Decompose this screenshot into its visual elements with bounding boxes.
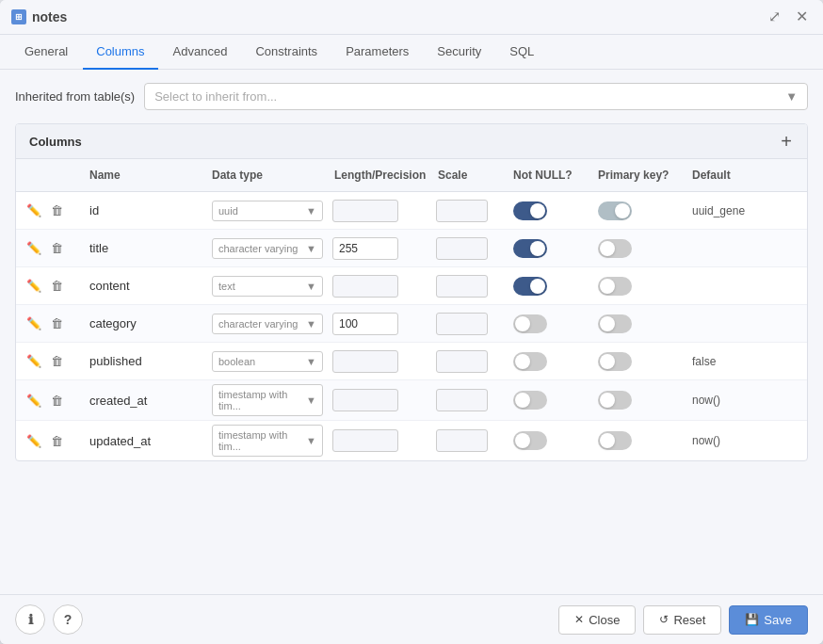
not-null-toggle[interactable] bbox=[513, 352, 547, 371]
length-cell bbox=[327, 271, 430, 301]
column-name: title bbox=[82, 237, 204, 259]
edit-icon[interactable]: ✏️ bbox=[24, 314, 44, 333]
scale-input[interactable] bbox=[436, 275, 488, 298]
tab-constraints[interactable]: Constraints bbox=[242, 35, 331, 70]
scale-input[interactable] bbox=[436, 313, 488, 335]
primary-key-toggle[interactable] bbox=[598, 431, 632, 450]
delete-icon[interactable]: 🗑 bbox=[48, 351, 66, 371]
primary-key-toggle[interactable] bbox=[598, 277, 632, 296]
delete-icon[interactable]: 🗑 bbox=[48, 314, 66, 333]
tab-sql[interactable]: SQL bbox=[496, 35, 547, 70]
data-type-select[interactable]: timestamp with tim... ▼ bbox=[212, 384, 323, 416]
not-null-toggle[interactable] bbox=[513, 314, 547, 333]
primary-key-cell bbox=[590, 198, 685, 224]
row-actions: ✏️ 🗑 bbox=[16, 431, 82, 451]
add-column-button[interactable]: + bbox=[779, 132, 794, 151]
primary-key-toggle[interactable] bbox=[598, 391, 632, 410]
titlebar-actions: ⤢ ✕ bbox=[765, 8, 812, 26]
data-type-value: character varying bbox=[218, 243, 298, 254]
save-button[interactable]: 💾 Save bbox=[729, 605, 808, 635]
data-type-cell: character varying ▼ bbox=[204, 310, 327, 338]
delete-icon[interactable]: 🗑 bbox=[48, 431, 66, 451]
chevron-down-icon: ▼ bbox=[306, 318, 316, 330]
primary-key-toggle[interactable] bbox=[598, 314, 632, 333]
primary-key-toggle[interactable] bbox=[598, 239, 632, 258]
scale-input[interactable] bbox=[436, 350, 488, 373]
table-row: ✏️ 🗑 created_at timestamp with tim... ▼ bbox=[16, 380, 807, 421]
th-length: Length/Precision bbox=[327, 165, 430, 185]
length-input[interactable] bbox=[332, 389, 398, 411]
column-name: created_at bbox=[82, 390, 204, 411]
tab-general[interactable]: General bbox=[11, 35, 81, 70]
edit-icon[interactable]: ✏️ bbox=[24, 238, 44, 258]
length-input[interactable] bbox=[332, 275, 398, 298]
not-null-toggle[interactable] bbox=[513, 201, 547, 220]
help-button[interactable]: ? bbox=[53, 604, 83, 635]
not-null-cell bbox=[506, 311, 590, 337]
data-type-select[interactable]: character varying ▼ bbox=[212, 314, 323, 334]
columns-title: Columns bbox=[29, 135, 82, 149]
edit-icon[interactable]: ✏️ bbox=[24, 201, 44, 220]
not-null-toggle[interactable] bbox=[513, 391, 547, 410]
info-button[interactable]: ℹ bbox=[15, 604, 45, 635]
not-null-toggle[interactable] bbox=[513, 239, 547, 258]
data-type-cell: text ▼ bbox=[204, 272, 327, 300]
length-input[interactable] bbox=[332, 350, 398, 373]
primary-key-toggle[interactable] bbox=[598, 201, 632, 220]
expand-button[interactable]: ⤢ bbox=[765, 8, 784, 26]
not-null-toggle[interactable] bbox=[513, 277, 547, 296]
row-actions: ✏️ 🗑 bbox=[16, 391, 82, 411]
scale-input[interactable] bbox=[436, 389, 488, 411]
titlebar-left: ⊞ notes bbox=[11, 9, 67, 24]
tab-columns[interactable]: Columns bbox=[83, 35, 157, 70]
toggle-knob bbox=[600, 354, 615, 369]
data-type-select[interactable]: boolean ▼ bbox=[212, 351, 323, 372]
tab-advanced[interactable]: Advanced bbox=[160, 35, 241, 70]
dialog: ⊞ notes ⤢ ✕ General Columns Advanced Con… bbox=[0, 0, 823, 644]
save-label: Save bbox=[764, 613, 792, 627]
primary-key-cell bbox=[590, 348, 685, 375]
data-type-select[interactable]: timestamp with tim... ▼ bbox=[212, 425, 323, 457]
delete-icon[interactable]: 🗑 bbox=[48, 201, 66, 220]
table-row: ✏️ 🗑 content text ▼ bbox=[16, 267, 807, 305]
edit-icon[interactable]: ✏️ bbox=[24, 391, 44, 411]
length-input[interactable] bbox=[332, 313, 398, 335]
not-null-cell bbox=[506, 348, 590, 375]
scale-cell bbox=[430, 385, 506, 415]
default-cell: uuid_gene bbox=[685, 201, 807, 221]
inherit-select[interactable]: Select to inherit from... ▼ bbox=[144, 83, 808, 110]
tabs: General Columns Advanced Constraints Par… bbox=[0, 35, 823, 70]
close-button[interactable]: ✕ Close bbox=[558, 605, 636, 635]
delete-icon[interactable]: 🗑 bbox=[48, 391, 66, 411]
length-input[interactable] bbox=[332, 200, 398, 222]
primary-key-toggle[interactable] bbox=[598, 352, 632, 371]
scale-input[interactable] bbox=[436, 200, 488, 222]
reset-button[interactable]: ↺ Reset bbox=[643, 605, 721, 635]
data-type-cell: character varying ▼ bbox=[204, 234, 327, 263]
length-cell bbox=[327, 233, 430, 264]
edit-icon[interactable]: ✏️ bbox=[24, 276, 44, 296]
close-button[interactable]: ✕ bbox=[792, 8, 812, 26]
tab-security[interactable]: Security bbox=[424, 35, 494, 70]
delete-icon[interactable]: 🗑 bbox=[48, 276, 66, 296]
data-type-select[interactable]: text ▼ bbox=[212, 276, 323, 297]
scale-cell bbox=[430, 309, 506, 339]
edit-icon[interactable]: ✏️ bbox=[24, 351, 44, 371]
chevron-down-icon: ▼ bbox=[306, 356, 316, 367]
default-cell: now() bbox=[685, 390, 807, 411]
edit-icon[interactable]: ✏️ bbox=[24, 431, 44, 451]
data-type-select[interactable]: uuid ▼ bbox=[212, 201, 323, 221]
scale-input[interactable] bbox=[436, 237, 488, 260]
tab-parameters[interactable]: Parameters bbox=[332, 35, 422, 70]
delete-icon[interactable]: 🗑 bbox=[48, 238, 66, 258]
data-type-select[interactable]: character varying ▼ bbox=[212, 238, 323, 259]
not-null-toggle[interactable] bbox=[513, 431, 547, 450]
length-input[interactable] bbox=[332, 237, 398, 260]
chevron-down-icon: ▼ bbox=[785, 89, 798, 104]
column-name: updated_at bbox=[82, 430, 204, 452]
table-row: ✏️ 🗑 published boolean ▼ false bbox=[16, 343, 807, 380]
columns-header: Columns + bbox=[16, 124, 807, 159]
length-input[interactable] bbox=[332, 429, 398, 452]
not-null-cell bbox=[506, 235, 590, 262]
scale-input[interactable] bbox=[436, 429, 488, 452]
